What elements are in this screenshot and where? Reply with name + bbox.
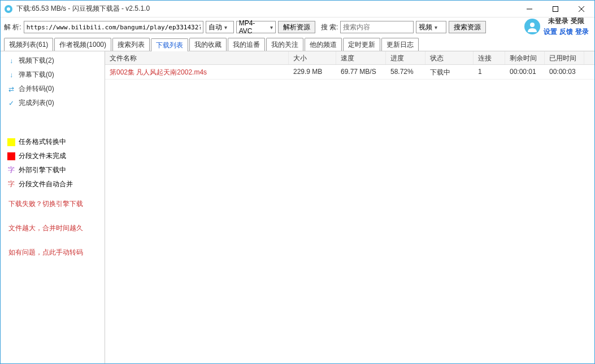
svg-point-1 xyxy=(7,7,10,11)
cell-status: 下载中 xyxy=(425,65,474,79)
toolbar: 解 析: 自动▾ MP4-AVC▾ 解析资源 搜 索: 视频▾ 搜索资源 未登录… xyxy=(1,17,594,37)
help-switchengine[interactable]: 下载失败？切换引擎下载 xyxy=(5,197,100,211)
tab-schedule[interactable]: 定时更新 xyxy=(343,38,380,51)
chevron-down-icon: ▾ xyxy=(224,24,227,30)
auto-select[interactable]: 自动▾ xyxy=(206,21,234,33)
table-row[interactable]: 第002集 凡人风起天南2002.m4s 229.9 MB 69.77 MB/S… xyxy=(105,65,594,80)
col-header-status[interactable]: 状态 xyxy=(425,51,474,64)
search-type-select[interactable]: 视频▾ xyxy=(416,21,446,33)
yellow-box-icon xyxy=(7,138,15,146)
col-header-elapsed[interactable]: 已用时间 xyxy=(545,51,584,64)
legend-converting: 任务格式转换中 xyxy=(5,136,100,148)
download-icon: ↓ xyxy=(7,57,15,65)
cell-conn: 1 xyxy=(474,65,505,79)
user-area: 未登录 受限 设置 反馈 登录 xyxy=(524,16,589,37)
titlebar: 下载:65.53 MB/s - 闪豆视频下载器 - v2.5.1.0 xyxy=(1,1,594,17)
transcode-icon: ⇄ xyxy=(7,85,15,93)
sidebar-item-video[interactable]: ↓视频下载(2) xyxy=(5,55,100,67)
sidebar-item-danmu[interactable]: ↓弹幕下载(0) xyxy=(5,69,100,81)
sidebar: ↓视频下载(2) ↓弹幕下载(0) ⇄合并转码(0) ✓完成列表(0) 任务格式… xyxy=(1,51,105,363)
chevron-down-icon: ▾ xyxy=(435,24,437,30)
tabs: 视频列表(61) 作者视频(1000) 搜索列表 下载列表 我的收藏 我的追番 … xyxy=(1,37,594,51)
svg-point-6 xyxy=(530,23,535,27)
chevron-down-icon: ▾ xyxy=(270,24,273,30)
legend-incomplete: 分段文件未完成 xyxy=(5,150,100,162)
cell-name: 第002集 凡人风起天南2002.m4s xyxy=(105,65,289,79)
tab-favorites[interactable]: 我的收藏 xyxy=(189,38,227,51)
cell-speed: 69.77 MB/S xyxy=(336,65,386,79)
minimize-button[interactable] xyxy=(516,1,542,17)
char-icon: 字 xyxy=(7,179,15,189)
cell-elapsed: 00:00:03 xyxy=(545,65,584,79)
col-header-size[interactable]: 大小 xyxy=(289,51,336,64)
tab-channel[interactable]: 他的频道 xyxy=(305,38,342,51)
sidebar-item-merge[interactable]: ⇄合并转码(0) xyxy=(5,83,100,95)
settings-link[interactable]: 设置 xyxy=(544,27,557,37)
tab-changelog[interactable]: 更新日志 xyxy=(381,38,419,51)
search-input[interactable] xyxy=(340,21,414,33)
table-header: 文件名称 大小 速度 进度 状态 连接 剩余时间 已用时间 xyxy=(105,51,594,65)
cell-progress: 58.72% xyxy=(386,65,425,79)
restrict-status: 受限 xyxy=(571,16,584,26)
titlebar-text: 下载:65.53 MB/s - 闪豆视频下载器 - v2.5.1.0 xyxy=(16,4,516,14)
help-mergetime[interactable]: 文件越大，合并时间越久 xyxy=(5,221,100,235)
col-header-conn[interactable]: 连接 xyxy=(474,51,505,64)
tab-videolist[interactable]: 视频列表(61) xyxy=(4,38,53,51)
login-status: 未登录 xyxy=(548,16,568,26)
format-select[interactable]: MP4-AVC▾ xyxy=(236,21,276,33)
sidebar-item-done[interactable]: ✓完成列表(0) xyxy=(5,97,100,109)
tab-downloadlist[interactable]: 下载列表 xyxy=(151,38,188,51)
col-header-name[interactable]: 文件名称 xyxy=(105,51,289,64)
cell-size: 229.9 MB xyxy=(289,65,336,79)
col-header-speed[interactable]: 速度 xyxy=(336,51,386,64)
download-table: 文件名称 大小 速度 进度 状态 连接 剩余时间 已用时间 第002集 凡人风起… xyxy=(105,51,594,363)
login-link[interactable]: 登录 xyxy=(575,27,589,37)
app-icon xyxy=(4,5,13,14)
feedback-link[interactable]: 反馈 xyxy=(559,27,573,37)
help-manual[interactable]: 如有问题，点此手动转码 xyxy=(5,245,100,260)
svg-rect-3 xyxy=(553,6,558,11)
parse-button[interactable]: 解析资源 xyxy=(278,21,315,33)
check-icon: ✓ xyxy=(7,99,15,107)
download-icon: ↓ xyxy=(7,71,15,79)
search-label: 搜 索: xyxy=(321,23,338,32)
parse-label: 解 析: xyxy=(4,23,21,32)
legend-external: 字外部引擎下载中 xyxy=(5,164,100,176)
cell-remain: 00:00:01 xyxy=(505,65,545,79)
close-button[interactable] xyxy=(568,1,594,17)
url-input[interactable] xyxy=(24,21,203,33)
window-controls xyxy=(516,1,594,17)
tab-follow[interactable]: 我的追番 xyxy=(228,38,265,51)
avatar[interactable] xyxy=(524,19,540,34)
col-header-progress[interactable]: 进度 xyxy=(386,51,425,64)
tab-following[interactable]: 我的关注 xyxy=(266,38,303,51)
tab-searchlist[interactable]: 搜索列表 xyxy=(112,38,150,51)
tab-authorvideo[interactable]: 作者视频(1000) xyxy=(54,38,111,51)
legend-automerge: 字分段文件自动合并 xyxy=(5,178,100,190)
search-button[interactable]: 搜索资源 xyxy=(449,21,486,33)
char-icon: 字 xyxy=(7,165,15,175)
col-header-remain[interactable]: 剩余时间 xyxy=(505,51,545,64)
red-box-icon xyxy=(7,152,15,160)
maximize-button[interactable] xyxy=(542,1,568,17)
